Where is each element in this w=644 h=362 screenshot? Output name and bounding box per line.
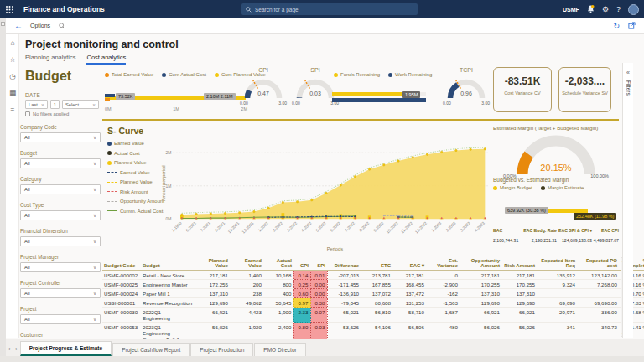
panel-toggle-icon[interactable] [1,22,5,26]
user-avatar[interactable] [628,4,639,15]
tabs-next-icon[interactable]: › [15,346,17,352]
cost-variance-card[interactable]: -83.51K Cost Variance CV [493,67,552,112]
kpi-header[interactable]: EAC CPI [592,228,619,233]
options-menu[interactable]: Options [30,23,50,28]
tab-cost-analytics[interactable]: Cost analytics [86,54,126,65]
table-cell: 217,181 [195,271,230,280]
report-page-tab-project-production[interactable]: Project Production [190,343,253,356]
home-icon[interactable]: ⌂ [6,39,19,50]
settings-gear-icon[interactable]: ⚙ [602,6,609,13]
table-row[interactable]: USMF-0000302022Q1 - Engineering66,9214,4… [102,308,644,323]
filter-group: ProjectAll∨ [20,306,101,324]
kpi-value: 2,106,744.31 [493,238,523,243]
legend-item: Risk Amount [107,189,164,194]
popout-icon[interactable] [628,22,636,29]
filter-select-budget[interactable]: All∨ [20,158,101,168]
help-icon[interactable]: ? [616,6,621,13]
column-header-spi[interactable]: SPI [310,256,327,271]
star-icon[interactable]: ☆ [6,55,19,67]
filter-label: Company Code [20,124,101,130]
filter-select-cost-type[interactable]: All∨ [20,210,101,220]
table-cell: 0.25 [293,280,310,289]
tabs-prev-icon[interactable]: ‹ [8,346,10,352]
expand-filters-icon[interactable]: « [623,70,633,75]
table-cell: Retail - New Store [141,271,195,280]
column-header-opportunity-amount[interactable]: Opportunity Amount [460,256,501,271]
filter-funnel-icon [25,111,30,116]
tab-planning-analytics[interactable]: Planning analytics [25,54,75,65]
schedule-variance-card[interactable]: -2,033.... Schedule Variance SV [558,67,611,112]
column-header-actual-cost[interactable]: Actual Cost [263,256,293,271]
kpi-header[interactable]: BAC [493,228,523,233]
budget-bullet-chart[interactable]: 73.52K 2.10M 2.11M 0M1M2M [105,94,247,111]
column-header-eac[interactable]: EAC ▾ [392,256,426,271]
table-cell: 137,310 [460,289,501,298]
table-row[interactable]: USSI-000001Revenue Recognition129,69049,… [102,298,644,308]
recent-icon[interactable]: ◷ [6,72,19,84]
tcpi-gauge[interactable]: TCPI 0.96 0.003.00 [443,67,490,109]
table-cell: 217,181 [460,271,501,280]
no-filters-status: No filters applied [25,111,69,116]
svg-text:2M: 2M [166,150,172,155]
table-cell: 167,855 [361,280,392,289]
cpi-gauge[interactable]: CPI 0.47 0.003.00 [240,67,287,109]
filter-select-project[interactable]: All∨ [20,314,101,324]
table-cell: 0.01 [310,271,327,280]
search-input[interactable]: Search for a page [242,3,418,15]
filter-label: Customer [20,332,101,338]
modules-icon[interactable]: ≡ [6,106,19,117]
kpi-header[interactable]: EAC Budg. Rate [523,228,557,233]
company-badge[interactable]: USMF [563,7,579,13]
filter-select-project-manager[interactable]: All∨ [20,262,101,272]
table-row[interactable]: USMF-000024Paper Mill 1137,3102384000.60… [102,289,644,298]
planned-value-badge: 2.10M 2.11M [204,93,236,100]
filters-collapsed-pane[interactable]: « Filters [622,63,633,338]
column-header-budget-code[interactable]: Budget Code [102,256,141,271]
column-header-earned-value[interactable]: Earned Value [230,256,263,271]
report-page-tab-pmo-director[interactable]: PMO Director [254,343,305,356]
legend-swatch-icon [541,186,545,190]
column-header-planned-value[interactable]: Planned Value [195,256,230,271]
scurve-chart[interactable]: 0M1M2MAmount per period1-19006-20217-202… [161,127,491,255]
table-cell: 217,181 [392,271,426,280]
table-cell: 1,900 [263,308,293,323]
column-header-est-variance[interactable]: Est. Variance [426,256,460,271]
table-cell: 66,921 [195,308,230,323]
filter-select-category[interactable]: All∨ [20,184,101,194]
date-unit-select[interactable]: Select∨ [62,100,99,109]
date-value-input[interactable]: 1 [50,100,60,109]
filter-label: Category [20,176,101,182]
column-header-risk-amount[interactable]: Risk Amount [501,256,537,271]
scurve-legend: Earned ValueActual CostPlanned ValueEarn… [107,141,164,218]
workspaces-icon[interactable]: ▦ [6,89,19,101]
column-header-etc[interactable]: ETC [361,256,392,271]
estimated-margin-gauge[interactable]: 20.15%0.00%100.00% [501,132,610,183]
filter-select-financial-dimension[interactable]: All∨ [20,236,101,246]
table-row[interactable]: USMF-000002Retail - New Store217,1811,40… [102,271,644,280]
refresh-icon[interactable]: ↻ [613,22,620,30]
margin-bullet-chart[interactable]: 639.92K (30.38 %) 252.48K (11.98 %) [493,201,619,223]
kpi-header[interactable]: EAC SPI & CPI ▾ [557,228,592,233]
table-cell: 56,810 [361,308,392,323]
chevron-down-icon: ∨ [92,102,96,107]
table-cell: 0.97 [293,298,310,308]
column-header-expected-item-req[interactable]: Expected Item Req [537,256,577,271]
column-header-expected-po-cost[interactable]: Expected PO cost [577,256,619,271]
date-mode-select[interactable]: Last∨ [25,100,48,109]
remaining-legend: Funds RemainingWork Remaining [334,72,432,77]
column-header-budget[interactable]: Budget [141,256,195,271]
table-cell: 213,781 [361,271,392,280]
back-arrow-icon[interactable]: ← [14,21,23,30]
remaining-bars[interactable]: 1.95M [332,92,426,104]
column-header-difference[interactable]: Difference [327,256,361,271]
section-divider [102,119,619,121]
bell-icon[interactable] [587,5,595,13]
filter-select-project-controller[interactable]: All∨ [20,288,101,298]
app-launcher-icon[interactable] [0,0,18,18]
column-header-cpi[interactable]: CPI [293,256,310,271]
report-page-tab-project-progress-estimate[interactable]: Project Progress & Estimate [20,341,112,356]
report-page-tab-project-cashflow-report[interactable]: Project Cashflow Report [112,343,190,356]
page-search-icon[interactable] [59,23,65,29]
filter-select-company-code[interactable]: All∨ [20,132,101,142]
table-row[interactable]: USMF-000025Engineering Master172,2552008… [102,280,644,289]
